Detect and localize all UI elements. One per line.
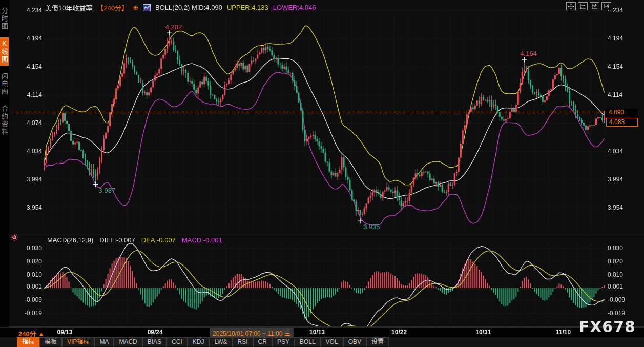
boll-lower-value: LOWER:4.046	[273, 4, 316, 11]
date-tick: 11/10	[556, 329, 571, 336]
axis-zoom-out-icon[interactable]	[578, 2, 588, 10]
chart-tool-icons	[566, 2, 611, 10]
boll-upper-value: UPPER:4.133	[227, 4, 268, 11]
macd-axis-label-right: 0.001	[608, 283, 638, 290]
axis-zoom-in-icon[interactable]	[590, 2, 599, 10]
date-tick: 10/13	[309, 329, 325, 336]
toolbar-item-13[interactable]: VOL	[321, 337, 343, 347]
toolbar-item-1[interactable]: 模板	[39, 337, 62, 347]
crosshair-move-icon[interactable]	[566, 2, 576, 10]
toolbar-item-5[interactable]: BIAS	[142, 337, 167, 347]
macd-name: MACD(26,12,9)	[47, 236, 93, 244]
instrument-title: 美债10年收益率	[45, 3, 92, 12]
toolbar-item-9[interactable]: RSI	[233, 337, 253, 347]
macd-axis-label-right: 0.030	[608, 244, 638, 252]
macd-header: MACD(26,12,9) DIFF:-0.007 DEA:-0.007 MAC…	[47, 236, 222, 244]
kline-chart-canvas[interactable]	[0, 0, 644, 347]
expand-icon[interactable]: ⊕	[133, 4, 138, 11]
last-price-tag: 4.083	[606, 118, 638, 127]
trading-terminal: 分时图K线图闪电图合约资料 美债10年收益率 【240分】 ⊕ BOLL(20,…	[0, 0, 644, 347]
macd-axis-label-right: -0.019	[608, 310, 638, 317]
sidebar-tab-1[interactable]: K线图	[0, 37, 9, 66]
toolbar-item-2[interactable]: VIP指标	[62, 337, 94, 347]
period-tag[interactable]: 【240分】	[97, 3, 128, 12]
period-dropdown-arrow: ▲	[38, 330, 45, 338]
date-tick: 10/22	[391, 329, 407, 336]
toolbar-item-3[interactable]: MA	[94, 337, 114, 347]
macd-axis-label-right: -0.009	[608, 296, 638, 303]
boll-mid-price-tag: 4.090	[606, 109, 638, 117]
macd-macd-value: MACD:-0.001	[182, 236, 222, 244]
macd-dea-value: DEA:-0.007	[141, 236, 176, 244]
macd-axis-label-right: 0.010	[608, 271, 638, 278]
indicator-chart-icon[interactable]	[143, 4, 151, 11]
price-axis-label-right: 3.954	[608, 204, 638, 211]
sidebar: 分时图K线图闪电图合约资料	[0, 0, 9, 347]
macd-diff-value: DIFF:-0.007	[99, 236, 135, 244]
boll-mid-value: BOLL(20,2) MID:4.090	[155, 4, 222, 11]
high-annotation: 4.164	[520, 50, 537, 57]
price-axis-label-right: 4.234	[608, 7, 638, 14]
toolbar-item-0[interactable]: 指标	[17, 337, 39, 347]
toolbar-item-12[interactable]: BOLL	[295, 337, 321, 347]
date-tick: 09/13	[57, 329, 73, 336]
toolbar-item-14[interactable]: OBV	[343, 337, 366, 347]
cursor-datetime-label: 2025/10/01 07:00 ~ 11:00 三	[210, 328, 294, 338]
go-latest-icon[interactable]	[601, 2, 611, 10]
toolbar-item-7[interactable]: KDJ	[188, 337, 210, 347]
indicator-toolbar: 指标模板VIP指标MAMACDBIASCCIKDJLW&RSICRPSYBOLL…	[0, 337, 644, 347]
date-tick: 10/31	[475, 329, 491, 336]
price-axis-label-right: 4.154	[608, 63, 638, 70]
sidebar-tab-2[interactable]: 闪电图	[0, 71, 9, 98]
sidebar-tab-0[interactable]: 分时图	[0, 5, 9, 32]
sidebar-tab-3[interactable]: 合约资料	[0, 103, 9, 138]
toolbar-item-4[interactable]: MACD	[114, 337, 142, 347]
toolbar-item-8[interactable]: LW&	[209, 337, 232, 347]
fx678-watermark: FX678	[579, 318, 636, 336]
chart-header: 美债10年收益率 【240分】 ⊕ BOLL(20,2) MID:4.090 U…	[45, 3, 316, 12]
price-axis-label-right: 4.194	[608, 35, 638, 42]
time-axis: 240分 ▲ 2025/10/01 07:00 ~ 11:00 三 09/13 …	[0, 327, 644, 337]
toolbar-item-11[interactable]: PSY	[272, 337, 295, 347]
toolbar-item-15[interactable]: 设置	[366, 337, 389, 347]
alert-indicator-icon[interactable]	[10, 233, 18, 241]
macd-axis-label-right: 0.020	[608, 258, 638, 265]
price-axis-label-right: 3.994	[608, 176, 638, 183]
low-annotation: 3.987	[99, 187, 116, 194]
date-tick: 09/24	[148, 329, 163, 336]
toolbar-item-10[interactable]: CR	[253, 337, 272, 347]
toolbar-item-6[interactable]: CCI	[167, 337, 188, 347]
price-axis-label-right: 4.034	[608, 148, 638, 155]
high-annotation: 4.202	[165, 23, 182, 31]
price-axis-label-right: 4.114	[608, 91, 638, 98]
low-annotation: 3.935	[363, 223, 380, 231]
